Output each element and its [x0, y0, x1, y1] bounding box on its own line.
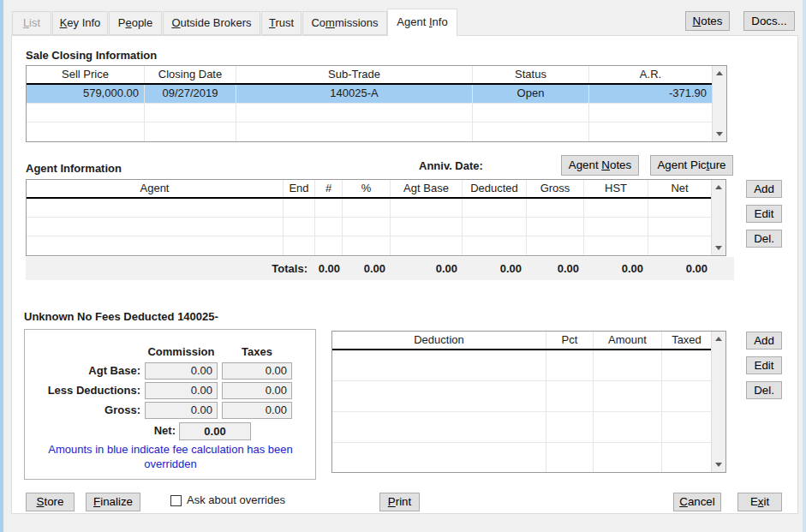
- tab-people[interactable]: People: [109, 11, 162, 35]
- totals-gross: 0.00: [526, 257, 583, 280]
- fees-title: Unknown No Fees Deducted 140025-: [24, 310, 218, 323]
- totals-agt-base: 0.00: [390, 257, 462, 280]
- table-row-empty[interactable]: [27, 199, 711, 218]
- fees-panel: Commission Taxes Agt Base: 0.00 0.00 Les…: [24, 329, 316, 480]
- cell-status: Open: [473, 85, 589, 103]
- scroll-down-icon[interactable]: [712, 241, 725, 255]
- table-row-empty[interactable]: [332, 412, 711, 443]
- ask-about-overrides-checkbox[interactable]: [170, 495, 182, 506]
- cell-sell-price: 579,000.00: [27, 85, 145, 103]
- col-header-end: End: [284, 180, 315, 197]
- store-button[interactable]: Store: [26, 493, 75, 511]
- col-header-taxed: Taxed: [662, 332, 711, 349]
- agent-info-window: { "window": { "edge_left_color": "#a7cfe…: [0, 0, 806, 532]
- agt-base-taxes-field[interactable]: 0.00: [222, 362, 292, 380]
- cancel-button[interactable]: Cancel: [673, 493, 721, 511]
- agent-add-button[interactable]: Add: [746, 180, 782, 198]
- agent-table-scrollbar[interactable]: [711, 180, 725, 255]
- table-row-empty[interactable]: [332, 443, 711, 472]
- sale-closing-header-row: Sell Price Closing Date Sub-Trade Status…: [27, 66, 712, 85]
- net-field[interactable]: 0.00: [179, 422, 251, 440]
- deduction-del-button[interactable]: Del.: [746, 381, 782, 399]
- col-header-net: Net: [648, 180, 711, 197]
- window-edge-left: [0, 0, 3, 532]
- table-row-empty[interactable]: [332, 350, 711, 381]
- col-header-gross: Gross: [527, 180, 584, 197]
- deduction-edit-button[interactable]: Edit: [746, 356, 782, 374]
- col-header-pct: Pct: [546, 332, 594, 349]
- scroll-up-icon[interactable]: [712, 332, 725, 346]
- agent-del-button[interactable]: Del.: [746, 230, 782, 248]
- sale-closing-scrollbar[interactable]: [712, 66, 726, 141]
- commission-column-header: Commission: [145, 345, 218, 358]
- tab-agent-info[interactable]: Agent Info: [387, 9, 457, 36]
- finalize-button[interactable]: Finalize: [86, 493, 140, 511]
- window-edge-right: [803, 0, 806, 532]
- deductions-scrollbar[interactable]: [711, 332, 725, 472]
- col-header-sub-trade: Sub-Trade: [236, 66, 473, 83]
- agent-notes-button[interactable]: Agent Notes: [561, 155, 639, 176]
- anniv-date-label: Anniv. Date:: [419, 159, 483, 172]
- totals-net: 0.00: [648, 257, 712, 280]
- table-row-empty[interactable]: [27, 104, 712, 123]
- notes-button[interactable]: Notes: [685, 11, 730, 31]
- cell-ar: -371.90: [589, 85, 712, 103]
- sale-closing-title: Sale Closing Information: [26, 49, 157, 62]
- agent-table: Agent End # % Agt Base Deducted Gross HS…: [26, 179, 726, 256]
- col-header-status: Status: [473, 66, 589, 83]
- col-header-closing-date: Closing Date: [145, 66, 236, 83]
- col-header-number: #: [315, 180, 343, 197]
- col-header-agent: Agent: [27, 180, 284, 197]
- scroll-up-icon[interactable]: [712, 180, 725, 194]
- print-button[interactable]: Print: [379, 493, 420, 511]
- col-header-deduction: Deduction: [332, 332, 546, 349]
- fees-override-note: Amounts in blue indicate fee calculation…: [33, 442, 307, 471]
- agent-picture-button[interactable]: Agent Picture: [650, 155, 733, 176]
- net-label: Net:: [25, 422, 176, 439]
- col-header-hst: HST: [584, 180, 648, 197]
- table-row-empty[interactable]: [27, 218, 711, 236]
- scroll-down-icon[interactable]: [713, 127, 726, 141]
- ask-about-overrides-label[interactable]: Ask about overrides: [187, 493, 285, 506]
- less-deductions-commission-field[interactable]: 0.00: [145, 382, 218, 399]
- table-row-empty[interactable]: [27, 123, 712, 141]
- sale-closing-table: Sell Price Closing Date Sub-Trade Status…: [26, 65, 727, 142]
- tab-commissions[interactable]: Commissions: [302, 11, 387, 35]
- deduction-add-button[interactable]: Add: [746, 332, 782, 350]
- gross-taxes-field[interactable]: 0.00: [222, 402, 292, 419]
- col-header-ar: A.R.: [589, 66, 712, 83]
- exit-button[interactable]: Exit: [737, 493, 782, 511]
- scroll-down-icon[interactable]: [712, 457, 725, 472]
- totals-deducted: 0.00: [462, 257, 526, 280]
- agt-base-commission-field[interactable]: 0.00: [145, 362, 218, 380]
- agent-info-title: Agent Information: [26, 162, 122, 175]
- cell-closing-date: 09/27/2019: [145, 85, 236, 103]
- scroll-up-icon[interactable]: [713, 66, 726, 81]
- col-header-deducted: Deducted: [463, 180, 527, 197]
- less-deductions-taxes-field[interactable]: 0.00: [222, 382, 292, 399]
- tab-list: List: [12, 11, 51, 35]
- deductions-table: Deduction Pct Amount Taxed: [331, 331, 726, 473]
- table-row-empty[interactable]: [27, 236, 711, 255]
- col-header-agt-base: Agt Base: [391, 180, 463, 197]
- gross-label: Gross:: [25, 402, 140, 419]
- col-header-amount: Amount: [594, 332, 662, 349]
- gross-commission-field[interactable]: 0.00: [145, 402, 218, 419]
- docs-button[interactable]: Docs...: [743, 11, 795, 31]
- sale-closing-selected-row[interactable]: 579,000.00 09/27/2019 140025-A Open -371…: [27, 85, 712, 104]
- table-row-empty[interactable]: [332, 381, 711, 412]
- deductions-header-row: Deduction Pct Amount Taxed: [332, 332, 711, 350]
- less-deductions-label: Less Deductions:: [25, 382, 140, 399]
- agent-table-header-row: Agent End # % Agt Base Deducted Gross HS…: [27, 180, 711, 199]
- totals-hst: 0.00: [583, 257, 648, 280]
- col-header-percent: %: [343, 180, 391, 197]
- taxes-column-header: Taxes: [222, 345, 292, 358]
- tab-key-info[interactable]: Key Info: [52, 11, 108, 35]
- totals-count: 0.00: [314, 257, 342, 280]
- agent-edit-button[interactable]: Edit: [746, 205, 782, 223]
- agt-base-label: Agt Base:: [25, 362, 140, 380]
- tab-trust[interactable]: Trust: [261, 11, 302, 35]
- tab-outside-brokers[interactable]: Outside Brokers: [163, 11, 260, 35]
- agent-totals-row: Totals: 0.00 0.00 0.00 0.00 0.00 0.00 0.…: [26, 257, 734, 280]
- cell-sub-trade: 140025-A: [236, 85, 473, 103]
